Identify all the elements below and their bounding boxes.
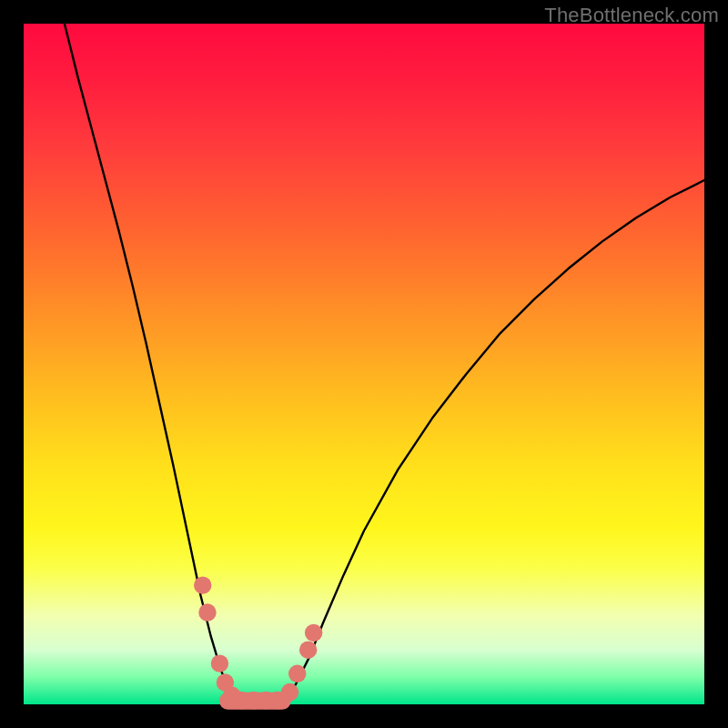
chart-frame: TheBottleneck.com bbox=[0, 0, 728, 728]
series-left-curve bbox=[65, 24, 241, 701]
series-right-curve bbox=[282, 180, 704, 701]
marker-point bbox=[194, 576, 211, 593]
marker-point bbox=[211, 654, 228, 672]
chart-curves bbox=[65, 24, 704, 701]
marker-point bbox=[198, 603, 216, 621]
chart-svg bbox=[24, 24, 704, 704]
marker-point bbox=[281, 683, 298, 701]
marker-point bbox=[288, 665, 306, 682]
watermark-text: TheBottleneck.com bbox=[544, 4, 719, 27]
marker-point bbox=[299, 641, 317, 658]
marker-point bbox=[305, 624, 322, 642]
